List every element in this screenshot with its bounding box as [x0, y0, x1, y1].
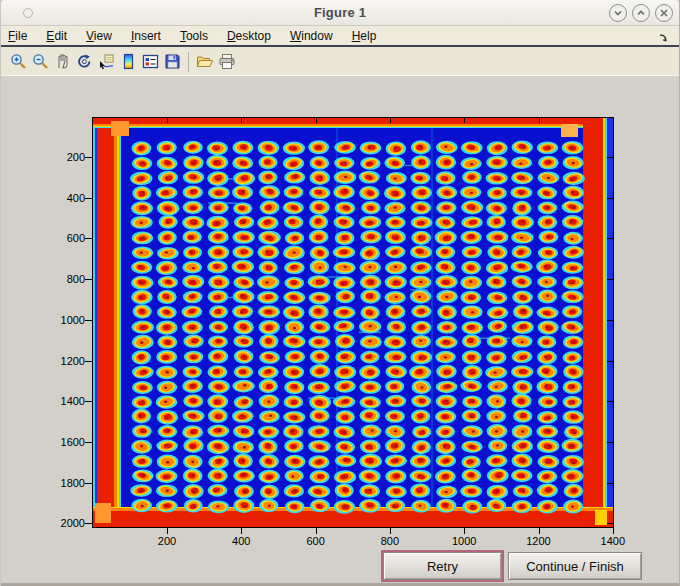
window-controls	[609, 4, 673, 22]
menu-help[interactable]: Help	[352, 27, 387, 45]
y-tick-label: 1800	[41, 477, 85, 489]
x-tick-label: 600	[294, 535, 338, 547]
x-tick-label: 1400	[591, 535, 635, 547]
y-tick-mark	[85, 238, 92, 239]
data-cursor-button[interactable]	[95, 51, 117, 73]
retry-button[interactable]: Retry	[383, 552, 502, 580]
print-icon	[218, 53, 236, 70]
minimize-button[interactable]	[609, 4, 627, 22]
menu-window[interactable]: Window	[290, 27, 343, 45]
figure-toolbar	[1, 47, 679, 76]
x-tick-label: 400	[219, 535, 263, 547]
y-tick-label: 1600	[41, 436, 85, 448]
maximize-button[interactable]	[632, 4, 650, 22]
x-tick-mark-top	[316, 118, 317, 123]
x-tick-mark-top	[613, 118, 614, 123]
close-icon	[659, 8, 669, 18]
y-tick-mark	[85, 279, 92, 280]
x-tick-label: 1000	[442, 535, 486, 547]
continue-finish-button[interactable]: Continue / Finish	[508, 552, 642, 580]
menu-insert[interactable]: Insert	[131, 27, 171, 45]
y-tick-mark-right	[607, 238, 613, 239]
x-tick-mark	[390, 528, 391, 534]
titlebar[interactable]: Figure 1	[1, 0, 679, 26]
x-tick-mark	[167, 528, 168, 534]
pan-button[interactable]	[51, 51, 73, 73]
y-tick-label: 400	[41, 192, 85, 204]
y-tick-mark	[85, 198, 92, 199]
close-button[interactable]	[655, 4, 673, 22]
figure-image[interactable]	[93, 118, 613, 527]
menu-edit[interactable]: Edit	[46, 27, 77, 45]
y-tick-mark-right	[607, 442, 613, 443]
window-icon	[23, 8, 33, 18]
figure-window: Figure 1 File Edit View Insert Tools Des…	[0, 0, 680, 586]
y-tick-mark	[85, 523, 92, 524]
x-tick-mark-top	[464, 118, 465, 123]
chevron-up-icon	[636, 8, 646, 18]
menu-view[interactable]: View	[86, 27, 122, 45]
save-button[interactable]	[161, 51, 183, 73]
y-tick-label: 800	[41, 273, 85, 285]
data-cursor-icon	[98, 53, 115, 70]
open-folder-icon	[196, 53, 214, 70]
zoom-out-icon	[32, 53, 49, 70]
save-icon	[164, 53, 181, 70]
y-tick-mark-right	[607, 401, 613, 402]
menu-tools[interactable]: Tools	[180, 27, 218, 45]
y-tick-mark	[85, 401, 92, 402]
y-tick-label: 200	[41, 151, 85, 163]
legend-icon	[142, 53, 159, 70]
y-tick-mark-right	[607, 523, 613, 524]
open-button[interactable]	[194, 51, 216, 73]
dock-figure-button[interactable]	[658, 30, 669, 48]
menu-file[interactable]: File	[8, 27, 37, 45]
zoom-in-button[interactable]	[7, 51, 29, 73]
y-tick-label: 1200	[41, 355, 85, 367]
colorbar-button[interactable]	[117, 51, 139, 73]
x-tick-mark-top	[167, 118, 168, 123]
y-tick-mark-right	[607, 279, 613, 280]
colorbar-icon	[120, 53, 137, 70]
y-tick-label: 1400	[41, 395, 85, 407]
toolbar-separator	[188, 52, 189, 72]
y-tick-label: 1000	[41, 314, 85, 326]
menu-desktop[interactable]: Desktop	[227, 27, 281, 45]
x-tick-label: 1200	[517, 535, 561, 547]
y-tick-label: 600	[41, 232, 85, 244]
y-tick-mark	[85, 361, 92, 362]
y-tick-mark-right	[607, 198, 613, 199]
x-tick-mark	[464, 528, 465, 534]
y-tick-mark-right	[607, 157, 613, 158]
x-tick-mark	[539, 528, 540, 534]
insert-legend-button[interactable]	[139, 51, 161, 73]
zoom-out-button[interactable]	[29, 51, 51, 73]
y-tick-mark	[85, 442, 92, 443]
window-title: Figure 1	[1, 5, 679, 20]
y-tick-mark-right	[607, 361, 613, 362]
x-tick-mark-top	[241, 118, 242, 123]
y-tick-mark	[85, 157, 92, 158]
rotate-3d-button[interactable]	[73, 51, 95, 73]
chevron-down-icon	[613, 8, 623, 18]
rotate-3d-icon	[76, 53, 93, 70]
y-tick-mark	[85, 483, 92, 484]
plot-axes	[92, 117, 614, 528]
print-button[interactable]	[216, 51, 238, 73]
y-tick-mark-right	[607, 320, 613, 321]
y-tick-label: 2000	[41, 517, 85, 529]
x-tick-mark	[316, 528, 317, 534]
figure-canvas-area: Retry Continue / Finish 2004006008001000…	[1, 76, 679, 586]
zoom-in-icon	[10, 53, 27, 70]
x-tick-mark	[241, 528, 242, 534]
hand-pan-icon	[54, 53, 71, 70]
dock-arrow-icon	[658, 33, 669, 44]
x-tick-mark	[613, 528, 614, 534]
menubar: File Edit View Insert Tools Desktop Wind…	[1, 26, 679, 47]
y-tick-mark	[85, 320, 92, 321]
x-tick-label: 800	[368, 535, 412, 547]
x-tick-mark-top	[539, 118, 540, 123]
x-tick-label: 200	[145, 535, 189, 547]
x-tick-mark-top	[390, 118, 391, 123]
y-tick-mark-right	[607, 483, 613, 484]
